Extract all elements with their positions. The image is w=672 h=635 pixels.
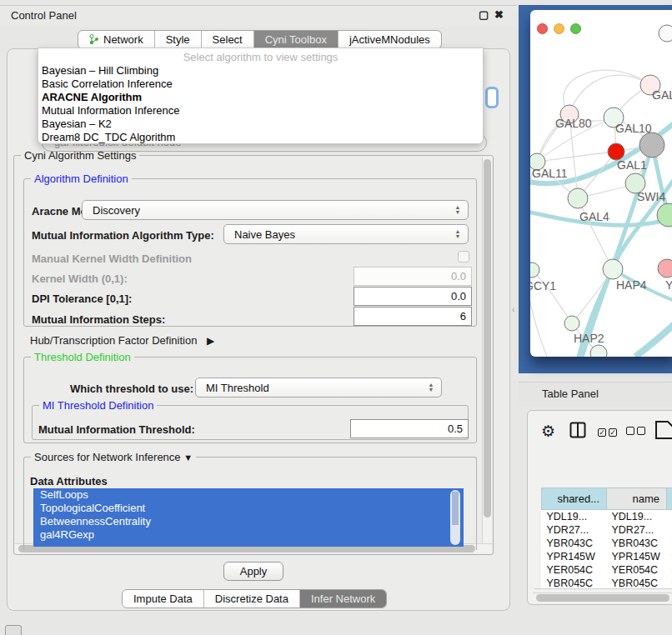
- network-node-label: SWI4: [637, 190, 665, 203]
- table-cell: YBR043C: [542, 537, 607, 550]
- table-horizontal-scrollbar[interactable]: [533, 592, 672, 602]
- window-minimize-traffic-icon[interactable]: [554, 23, 564, 34]
- network-node[interactable]: [659, 25, 672, 42]
- table-row[interactable]: YER054CYER054C8.: [542, 563, 672, 577]
- stepper-icon: ▲▼: [424, 382, 441, 392]
- table-cell: YDL19...: [542, 510, 607, 523]
- window-close-traffic-icon[interactable]: [537, 23, 548, 34]
- network-node-label: GAL1: [617, 158, 647, 172]
- algorithm-option[interactable]: Dream8 DC_TDC Algorithm: [38, 131, 483, 144]
- dpi-tolerance-label: DPI Tolerance [0,1]:: [32, 292, 132, 305]
- network-node-label: GAL80: [555, 117, 592, 130]
- network-node[interactable]: [639, 132, 664, 158]
- mi-type-label: Mutual Information Algorithm Type:: [32, 229, 214, 242]
- network-node-label: GAL11: [532, 167, 568, 180]
- tab-style[interactable]: Style: [154, 31, 201, 48]
- which-threshold-label: Which threshold to use:: [70, 382, 193, 395]
- table-row[interactable]: YDL19...YDL19...13: [542, 510, 672, 523]
- table-cell: YBR045C: [607, 577, 667, 590]
- gear-icon[interactable]: ⚙: [541, 422, 555, 441]
- table-row[interactable]: YBR043CYBR043C: [542, 537, 672, 550]
- mi-threshold-field[interactable]: 0.5: [350, 419, 469, 438]
- table-body[interactable]: YDL19...YDL19...13YDR27...YDR27...12YBR0…: [542, 510, 672, 590]
- bottom-tabs: Impute Data Discretize Data Infer Networ…: [122, 589, 387, 608]
- network-node-label: GAL4: [579, 210, 609, 223]
- table-column-header[interactable]: A: [667, 488, 672, 510]
- tab-infer-network[interactable]: Infer Network: [299, 590, 386, 608]
- split-columns-icon[interactable]: [569, 422, 586, 438]
- control-panel-tabs: Network Style Select Cyni Toolbox jActiv…: [78, 30, 442, 49]
- manual-kernel-label: Manual Kernel Width Definition: [32, 252, 192, 265]
- data-attribute-item[interactable]: gal4RGexp: [33, 528, 464, 542]
- tab-label: Impute Data: [133, 592, 193, 605]
- apply-button[interactable]: Apply: [223, 562, 283, 581]
- data-attribute-item[interactable]: BetweennessCentrality: [33, 515, 464, 528]
- tab-cyni-toolbox[interactable]: Cyni Toolbox: [253, 31, 338, 48]
- mi-type-value: Naive Bayes: [234, 228, 295, 241]
- network-node-label: GAL: [652, 88, 672, 102]
- data-attributes-label: Data Attributes: [30, 475, 108, 488]
- tab-jactivemnodules[interactable]: jActiveMNodules: [338, 31, 441, 48]
- minimized-panel-icon[interactable]: [5, 625, 22, 635]
- table-column-header[interactable]: shared...: [542, 488, 607, 510]
- collapse-down-arrow-icon: ▼: [183, 452, 193, 462]
- algorithm-option[interactable]: Mutual Information Inference: [38, 104, 483, 118]
- tab-impute-data[interactable]: Impute Data: [123, 590, 203, 608]
- algorithm-option[interactable]: Basic Correlation Inference: [38, 78, 483, 91]
- aracne-mode-value: Discovery: [93, 204, 140, 217]
- hub-definition-expander[interactable]: Hub/Transcription Factor Definition ▶: [30, 334, 214, 347]
- mi-threshold-label: Mutual Information Threshold:: [38, 423, 195, 436]
- table-header-row[interactable]: shared...nameA: [542, 488, 672, 510]
- attributes-scrollbar[interactable]: [450, 490, 460, 545]
- kernel-width-label: Kernel Width (0,1):: [32, 272, 128, 285]
- network-node[interactable]: [530, 262, 539, 278]
- tab-label: Network: [103, 33, 143, 46]
- algorithm-option[interactable]: Bayesian – Hill Climbing: [38, 64, 483, 78]
- tab-network[interactable]: Network: [78, 31, 154, 48]
- dpi-tolerance-field[interactable]: 0.0: [354, 287, 472, 306]
- mi-type-combobox[interactable]: Naive Bayes ▲▼: [223, 224, 469, 244]
- network-node[interactable]: [564, 316, 579, 331]
- kernel-width-field[interactable]: 0.0: [354, 267, 472, 286]
- panel-splitter-handle[interactable]: ‹: [512, 305, 514, 314]
- sources-group-title[interactable]: Sources for Network Inference ▼: [31, 451, 196, 463]
- network-node-label: Y: [665, 278, 672, 292]
- network-node[interactable]: [603, 259, 623, 279]
- settings-vertical-scrollbar[interactable]: [482, 157, 492, 543]
- manual-kernel-checkbox[interactable]: [458, 251, 469, 262]
- table-row[interactable]: YBR045CYBR045C9.: [542, 577, 672, 590]
- algorithm-list: Bayesian – Hill ClimbingBasic Correlatio…: [38, 64, 483, 144]
- table-row[interactable]: YDR27...YDR27...12: [542, 523, 672, 537]
- close-icon[interactable]: ✖: [494, 8, 504, 21]
- data-attribute-item[interactable]: SelfLoops: [33, 488, 464, 502]
- mi-steps-field[interactable]: 6: [354, 307, 472, 326]
- aracne-mode-combobox[interactable]: Discovery ▲▼: [82, 200, 469, 220]
- table-row[interactable]: YPR145WYPR145W9.: [542, 550, 672, 563]
- data-attribute-item[interactable]: TopologicalCoefficient: [33, 502, 464, 515]
- new-table-icon[interactable]: [654, 420, 672, 440]
- table-panel-title: Table Panel: [542, 388, 599, 400]
- network-node[interactable]: [608, 143, 624, 160]
- tab-label: Cyni Toolbox: [265, 33, 327, 46]
- algorithm-option[interactable]: Bayesian – K2: [38, 118, 483, 131]
- network-node-label: GCY1: [530, 279, 556, 292]
- network-canvas[interactable]: GALGAL80GAL10GAL11GAL1GAL4SWI4GCY1HAP4YH…: [530, 10, 672, 357]
- network-edge: [578, 198, 613, 269]
- which-threshold-combobox[interactable]: MI Threshold ▲▼: [195, 378, 442, 398]
- network-window[interactable]: GALGAL80GAL10GAL11GAL1GAL4SWI4GCY1HAP4YH…: [530, 10, 672, 357]
- network-node[interactable]: [568, 188, 588, 208]
- focused-combo-fragment: [485, 87, 499, 108]
- algorithm-option[interactable]: ARACNE Algorithm: [38, 91, 483, 104]
- table-cell: [667, 537, 672, 550]
- algorithm-definition-title: Algorithm Definition: [31, 172, 132, 185]
- table-column-header[interactable]: name: [607, 488, 667, 510]
- node-table[interactable]: shared...nameA YDL19...YDL19...13YDR27..…: [534, 449, 672, 589]
- tab-select[interactable]: Select: [201, 31, 253, 48]
- stepper-icon: ▲▼: [451, 205, 468, 215]
- deselect-all-checkboxes-icon[interactable]: [626, 425, 645, 438]
- float-window-icon[interactable]: ▢: [479, 8, 489, 21]
- window-zoom-traffic-icon[interactable]: [570, 23, 581, 34]
- select-all-checkboxes-icon[interactable]: ✓✓: [598, 425, 617, 438]
- network-node[interactable]: [658, 259, 672, 278]
- tab-discretize-data[interactable]: Discretize Data: [203, 590, 299, 608]
